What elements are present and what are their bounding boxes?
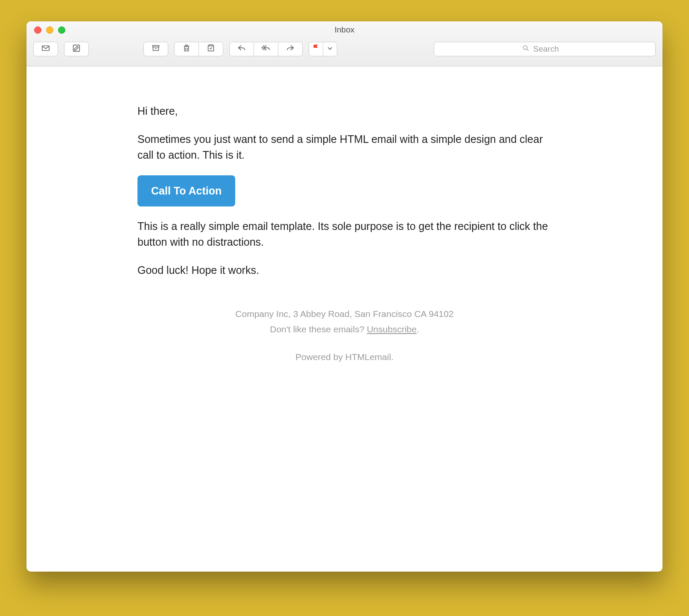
archive-button[interactable]: [143, 42, 168, 56]
chevron-down-icon: [325, 44, 335, 55]
reply-button[interactable]: [229, 42, 254, 56]
close-window-button[interactable]: [34, 26, 41, 34]
cta-button[interactable]: Call To Action: [137, 175, 235, 206]
flag-button[interactable]: [309, 42, 323, 56]
window-title: Inbox: [335, 25, 354, 35]
archive-icon: [151, 44, 161, 55]
svg-rect-2: [153, 46, 159, 47]
reply-icon: [237, 44, 246, 55]
forward-icon: [286, 44, 295, 55]
minimize-window-button[interactable]: [46, 26, 53, 34]
footer-address: Company Inc, 3 Abbey Road, San Francisco…: [137, 306, 552, 322]
get-mail-button[interactable]: [33, 42, 58, 56]
junk-button[interactable]: [199, 42, 223, 56]
unsubscribe-link[interactable]: Unsubscribe: [367, 324, 417, 334]
footer-unsubscribe-line: Don't like these emails? Unsubscribe.: [137, 322, 552, 337]
svg-point-4: [523, 46, 527, 49]
reply-all-icon: [261, 44, 271, 55]
forward-button[interactable]: [278, 42, 303, 56]
junk-icon: [206, 44, 216, 55]
trash-icon: [182, 44, 191, 55]
search-input[interactable]: [533, 44, 567, 54]
search-field[interactable]: [434, 42, 656, 56]
compose-button[interactable]: [64, 42, 89, 56]
email-intro: Sometimes you just want to send a simple…: [137, 131, 552, 163]
footer-powered: Powered by HTMLemail.: [137, 349, 552, 365]
titlebar: Inbox: [26, 21, 663, 67]
email-greeting: Hi there,: [137, 103, 552, 119]
toolbar: [26, 38, 663, 64]
reply-all-button[interactable]: [254, 42, 278, 56]
email-footer: Company Inc, 3 Abbey Road, San Francisco…: [137, 306, 552, 365]
email-closing: Good luck! Hope it works.: [137, 262, 552, 279]
email-body: This is a really simple email template. …: [137, 218, 552, 250]
footer-unsubscribe-suffix: .: [417, 324, 419, 334]
flag-menu-button[interactable]: [323, 42, 337, 56]
flag-icon: [311, 44, 321, 55]
delete-button[interactable]: [174, 42, 199, 56]
compose-icon: [72, 44, 81, 55]
traffic-lights: [26, 26, 65, 34]
envelope-icon: [41, 44, 50, 55]
search-icon: [522, 44, 530, 54]
maximize-window-button[interactable]: [58, 26, 65, 34]
email-content: Hi there, Sometimes you just want to sen…: [26, 67, 663, 572]
footer-unsubscribe-prefix: Don't like these emails?: [270, 324, 367, 334]
titlebar-top: Inbox: [26, 21, 663, 38]
mail-window: Inbox: [26, 21, 663, 572]
